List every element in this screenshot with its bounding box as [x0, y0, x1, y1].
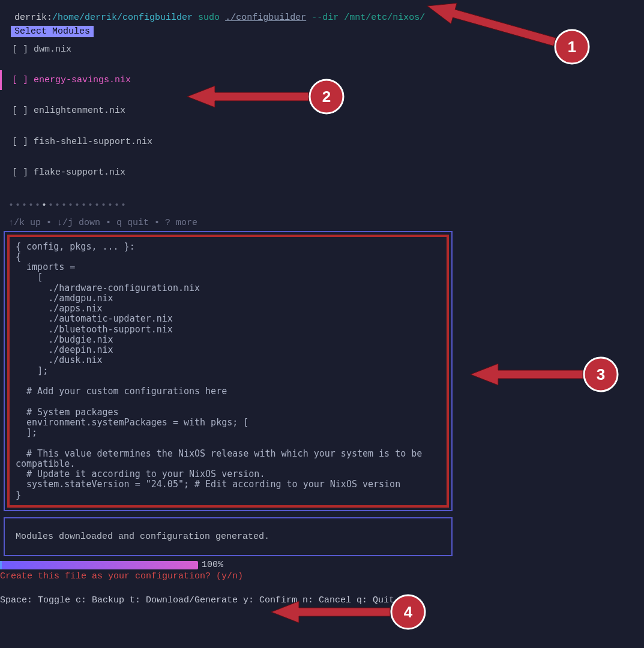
progress-wrap: 100%: [0, 560, 644, 570]
section-title: Select Modules: [11, 26, 94, 37]
footer-keybinds: Space: Toggle c: Backup t: Download/Gene…: [0, 595, 644, 605]
module-row[interactable]: [ ] energy-savings.nix: [4, 70, 640, 90]
progress-percent: 100%: [202, 560, 223, 570]
shell-prompt: derrik:/home/derrik/configbuilder sudo .…: [0, 0, 644, 25]
config-preview-code: { config, pkgs, ... }: { imports = [ ./h…: [16, 242, 441, 500]
svg-text:4: 4: [404, 603, 413, 621]
annotation-arrow: 3: [447, 350, 625, 398]
status-message: Modules downloaded and configuration gen…: [16, 532, 269, 542]
module-row[interactable]: [ ] flake-support.nix: [4, 163, 640, 182]
module-list[interactable]: [ ] dwm.nix[ ] energy-savings.nix[ ] enl…: [0, 38, 644, 197]
status-panel: Modules downloaded and configuration gen…: [4, 517, 453, 556]
module-row[interactable]: [ ] dwm.nix: [4, 40, 640, 59]
prompt-path: /home/derrik/configbuilder: [52, 13, 193, 23]
section-title-bar: Select Modules: [11, 26, 644, 37]
prompt-args: --dir /mnt/etc/nixos/: [311, 13, 425, 23]
svg-marker-6: [471, 364, 583, 385]
prompt-user: derrik:: [14, 13, 52, 23]
svg-point-7: [584, 358, 618, 391]
svg-text:3: 3: [597, 365, 605, 383]
prompt-sudo: sudo: [198, 13, 220, 23]
module-row[interactable]: [ ] enlightenment.nix: [4, 101, 640, 121]
nav-hints: ↑/k up • ↓/j down • q quit • ? more: [8, 218, 636, 228]
prompt-executable: ./configbuilder: [225, 13, 306, 23]
config-preview-highlight: { config, pkgs, ... }: { imports = [ ./h…: [7, 235, 449, 508]
config-preview-panel: { config, pkgs, ... }: { imports = [ ./h…: [4, 231, 453, 511]
progress-bar: [0, 561, 198, 569]
module-row[interactable]: [ ] fish-shell-support.nix: [4, 132, 640, 152]
page-indicator-dots: ••••••••••••••••••: [8, 200, 636, 211]
confirm-prompt[interactable]: Create this file as your configuration? …: [0, 571, 644, 581]
